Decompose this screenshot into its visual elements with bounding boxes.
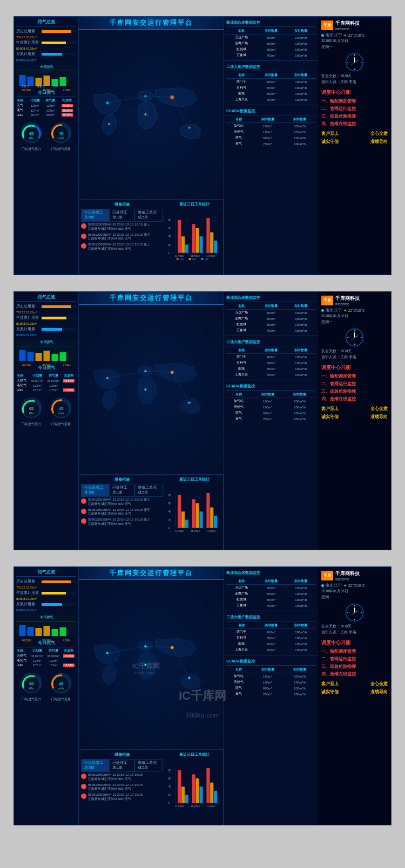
- maint-item-1: 5895125025844-13 2018-12-15 16:15 张三 江南青…: [81, 223, 163, 231]
- table-row: 南城600m³100m³/h: [226, 366, 316, 372]
- svg-rect-46: [192, 224, 195, 252]
- table-row: 液化气 122m³ 122m³: [16, 658, 76, 663]
- metric-val-history: 79122.0125m³: [16, 36, 32, 39]
- metric-bar-container: [42, 30, 76, 33]
- svg-point-25: [144, 95, 146, 97]
- table-row: 西气600m³100m³/h: [226, 135, 316, 141]
- svg-rect-75: [60, 352, 66, 361]
- pct-row: 48.55%38.59%4.19%: [16, 88, 76, 92]
- gauge-flow-label: 门站进气流量: [49, 147, 73, 151]
- svg-text:kPa: kPa: [29, 136, 33, 140]
- svg-rect-124: [44, 626, 50, 636]
- company-name: 千库网科技: [335, 20, 360, 27]
- center-panel: 千库网安交运行管理平台: [79, 17, 224, 275]
- tab-new-orders[interactable]: 今日新增工单:0单: [81, 209, 109, 222]
- weather-icon: ☀: [343, 33, 347, 38]
- company-name-block: 千库网科技 welcome: [335, 20, 360, 31]
- svg-text:m³/h: m³/h: [58, 412, 64, 415]
- maint-text-2: 5895125025844-13 2018-12-15 16:15 张三 江南青…: [88, 233, 150, 242]
- svg-point-26: [171, 95, 174, 99]
- dispatch-item-3: 三、应急抢险指挥: [321, 113, 388, 119]
- table-row: 上海大众700m³100m³/h: [226, 97, 316, 102]
- gas-title-2: 用气总览: [16, 294, 76, 302]
- svg-text:11月06日: 11月06日: [206, 530, 215, 532]
- svg-text:11月05日: 11月05日: [191, 805, 200, 808]
- svg-rect-57: [189, 258, 191, 260]
- svg-point-27: [188, 127, 190, 129]
- location-row: 南京.江宁 ☀ 22°C/10°C: [321, 33, 388, 38]
- svg-rect-0: [19, 75, 26, 86]
- alert-icon-3: [81, 243, 86, 249]
- tab-processed[interactable]: 已处理工单:1单: [109, 209, 134, 222]
- tab-3-2[interactable]: 已处理工单:1单: [109, 759, 134, 772]
- manager-text: 值班人员：庄南 李洛: [321, 80, 356, 85]
- right-data-3: 商业综合体数据监控 名称实时数量实时数量 万达广场500m³100m³/h 金鹰…: [224, 567, 318, 825]
- svg-rect-102: [185, 520, 188, 528]
- svg-text:0: 0: [168, 802, 170, 805]
- maint-text-1: 5895125025844-13 2018-12-15 16:15 张三 江南青…: [88, 223, 150, 231]
- date-row: 2018年01月06日: [321, 39, 388, 44]
- svg-rect-125: [52, 629, 58, 636]
- scada-title: SCADA数据监控: [226, 107, 316, 115]
- svg-rect-106: [206, 493, 210, 528]
- table-row: 万达广场500m³100m³/h: [226, 35, 316, 41]
- table-row: 金鹰广场500m³100m³/h: [226, 316, 316, 322]
- svg-text:80: 80: [168, 494, 172, 497]
- maint-2-3: 5895125025844-13 2018-12-15 16:15 张三江南青年…: [81, 518, 163, 527]
- svg-rect-101: [181, 511, 185, 528]
- table-row: 西门子100m³100m³/h: [226, 629, 316, 635]
- today-gas-chart: 今日供气 天然气 液化气 LNG 48.55%38.59%4.19%: [16, 65, 76, 86]
- table-row: 万象城700m³100m³/h: [226, 52, 316, 58]
- svg-text:65: 65: [29, 407, 33, 411]
- manager-row: 值班人员：庄南 李洛: [321, 80, 388, 85]
- scada-table: 名称实时数量实时数量 加气站100m³500m³/h 天然气100m³100m³…: [226, 117, 316, 147]
- table-row: 西气600m³100m³/h: [226, 685, 316, 691]
- company-welcome: welcome: [335, 27, 360, 31]
- table-row: 加气站100m³500m³/h: [226, 123, 316, 129]
- table-row: 天然气100m³100m³/h: [226, 404, 316, 410]
- svg-point-85: [106, 377, 109, 379]
- svg-rect-126: [60, 627, 66, 636]
- maintenance-section: 维修抢修 今日新增工单:0单 已处理工单:1单 维修工单完成:5单 589512…: [79, 199, 224, 275]
- tab-2-1[interactable]: 今日新增工单:0单: [81, 484, 109, 497]
- svg-text:天然气: 天然气: [21, 85, 29, 88]
- table-row: 泰气700m³100m³/h: [226, 141, 316, 147]
- metric-label: 历史总用量: [16, 29, 40, 34]
- industrial-table: 名称实时数量实时数量 西门子100m³100m³/h 百利可500m³100m³…: [226, 72, 316, 102]
- svg-text:45: 45: [59, 407, 63, 411]
- tab-3-1[interactable]: 今日新增工单:0单: [81, 759, 109, 772]
- svg-rect-70: [19, 350, 26, 361]
- table-row: 泰气700m³100m³/h: [226, 416, 316, 422]
- dispatch-item-1: 一、输配调度管理: [321, 98, 388, 104]
- svg-text:11月06日: 11月06日: [206, 805, 215, 808]
- table-row: LNG 107m³ 107m³ 18.58%: [16, 388, 76, 392]
- svg-text:0: 0: [168, 527, 170, 530]
- svg-rect-160: [210, 783, 213, 803]
- svg-text:60: 60: [168, 777, 172, 780]
- tab-2-3[interactable]: 维修工单完成:5单: [134, 484, 163, 497]
- dashboard-panel-3: IC千库网 588ku.com 用气总览 历史总用量 79122.0125m³ …: [14, 566, 392, 825]
- svg-text:60: 60: [168, 227, 172, 230]
- svg-rect-104: [196, 503, 199, 528]
- svg-point-88: [188, 402, 190, 404]
- chart2: 今日供气 48.55%38.59%4.19%: [16, 340, 76, 361]
- gauge-pressure-svg: 65 kPa: [19, 121, 43, 145]
- svg-rect-122: [28, 627, 34, 636]
- tab-3-3[interactable]: 维修工单完成:5单: [134, 759, 163, 772]
- slogan-row-2: 诚实守信 业绩导向: [321, 139, 388, 145]
- svg-text:LNG: LNG: [53, 85, 58, 88]
- svg-rect-158: [199, 787, 202, 803]
- supply-table: 名称 计划量 供气量 完成率 天气 125m³ 125m³ 48.55%: [16, 98, 76, 117]
- svg-text:11月05日: 11月05日: [191, 530, 200, 532]
- svg-rect-48: [199, 236, 202, 252]
- logo-box: 千库: [321, 20, 333, 30]
- safety-row: 安全天数：1818天: [321, 74, 388, 79]
- tab-2-2[interactable]: 已处理工单:1单: [109, 484, 134, 497]
- company-panel-2: 千库 千库网科技 welcome 南京.江宁 ☀ 22°C/10°C 2018年…: [318, 292, 391, 550]
- table-row: 上海大众700m³100m³/h: [226, 647, 316, 653]
- clock-svg: [345, 53, 364, 72]
- svg-rect-123: [36, 628, 42, 636]
- tab-done[interactable]: 维修工单完成:5单: [134, 209, 163, 222]
- svg-text:m³/h: m³/h: [58, 136, 64, 140]
- metric-r3: 月累计用量: [16, 327, 76, 332]
